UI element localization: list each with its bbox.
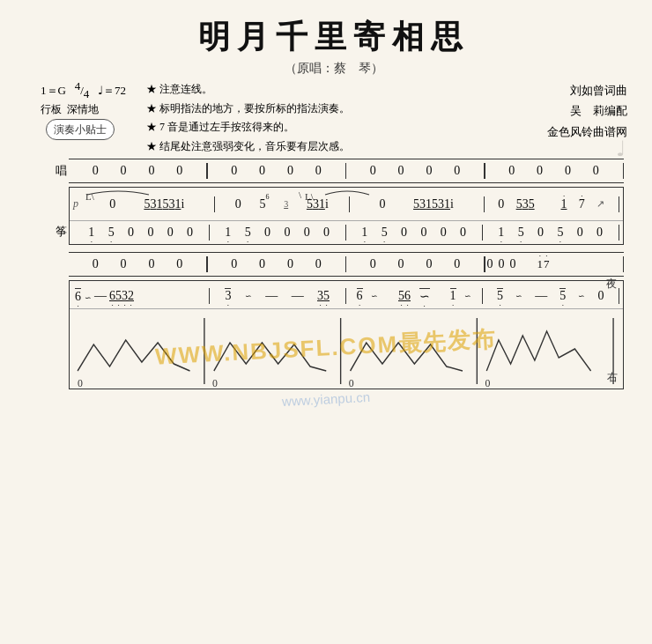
vocal-row2: 0 0 0 0 0 0 0 0	[69, 252, 624, 277]
vocal-meas8: 0 0 0 1 7	[485, 256, 623, 272]
site: 金色风铃曲谱网	[513, 122, 627, 142]
gz-group3: 531531i	[413, 197, 454, 211]
vocal-label: 唱	[53, 159, 69, 183]
vocal-meas5: 0 0 0 0	[69, 257, 206, 271]
gz-group1: 531531i	[144, 197, 184, 211]
note-line-4: ★ 结尾处注意强弱变化，音乐要有层次感。	[146, 137, 513, 157]
vocal-measures-row1: 0 0 0 0 0 0 0 0	[69, 163, 624, 179]
song-title: 明月千里寄相思	[41, 16, 627, 59]
wave-svg: 0 0 0 0	[70, 309, 623, 389]
watermark-sub: www.yianpu.cn	[282, 389, 371, 409]
right-label: 右	[607, 370, 618, 385]
note-line-1: ★ 注意连线。	[146, 80, 513, 100]
gz-block2: 6 ∽ — 6 5 3 2	[69, 280, 624, 389]
gz-um8: 5 ∽ — 5 ∽ 0	[483, 288, 619, 303]
svg-text:0: 0	[349, 377, 354, 389]
gz-um3: 0 531531i	[350, 197, 484, 211]
tips-button[interactable]: 演奏小贴士	[46, 119, 115, 140]
gz-lm4: 1 5 0 5 0 0	[483, 226, 619, 240]
vocal-meas6: 0 0 0 0	[208, 257, 345, 271]
vn1: 0	[93, 164, 99, 178]
right-credits: 刘如曾词曲 吴 莉编配 金色风铃曲谱网	[513, 80, 627, 156]
vn4: 0	[176, 164, 182, 178]
note-line-2: ★ 标明指法的地方，要按所标的指法演奏。	[146, 100, 513, 119]
vocal-meas3: 0 0 0 0	[346, 164, 484, 178]
bar4	[623, 163, 625, 179]
gz-um4: 0 535 1 7 ↗	[485, 197, 619, 211]
gz-group4: 535	[516, 197, 535, 211]
tempo: ♩＝72	[98, 84, 126, 97]
gz-label: 筝	[53, 187, 69, 245]
gz-lower2-wave: 0 0 0 0 右	[70, 309, 623, 389]
vocal-measures-row2: 0 0 0 0 0 0 0 0	[69, 256, 624, 272]
vn2: 0	[121, 164, 127, 178]
row2-vocal-container: 0 0 0 0 0 0 0 0	[53, 252, 624, 277]
row2-gz-container: 6 ∽ — 6 5 3 2	[53, 280, 624, 389]
row1-vocal-container: 唱 0 0 0 0 0 0 0	[53, 159, 624, 183]
composer: 刘如曾词曲	[513, 80, 627, 100]
svg-text:0: 0	[485, 377, 490, 389]
gz-upper-measures1: p 0 531531i 0 56 3	[73, 196, 619, 212]
gz-lower-measures1: 1 5 0 0 0 0 1 5 0	[73, 225, 619, 241]
page: 明月千里寄相思 （原唱：蔡 琴） 1＝G 4/4 ♩＝72 行板 深情地 演奏小	[0, 0, 652, 644]
gz-upper2: 6 ∽ — 6 5 3 2	[70, 281, 623, 309]
vocal-meas2: 0 0 0 0	[208, 164, 345, 178]
gz-lm2: 1 5 0 0 0 0	[210, 226, 345, 240]
time-sig: 4/4	[75, 84, 93, 97]
note-6lo-acc: 6 ∽	[75, 288, 92, 304]
vn3: 0	[148, 164, 154, 178]
key-label: 1＝G	[41, 84, 66, 97]
gz-upper1: L\ \ L\ p 0	[70, 188, 623, 221]
key-sig: 1＝G 4/4 ♩＝72	[41, 80, 146, 100]
gz-block1: L\ \ L\ p 0	[69, 187, 624, 245]
style1: 行板	[41, 103, 62, 115]
gz-lm1: 1 5 0 0 0 0	[73, 226, 209, 240]
gz-um1: 0 531531i	[80, 197, 214, 211]
note-group5: 6 5 3 2	[109, 289, 134, 303]
note-line-3: ★ 7 音是通过左手按弦得来的。	[146, 118, 513, 137]
left-info: 1＝G 4/4 ♩＝72 行板 深情地 演奏小贴士	[41, 80, 146, 156]
note-group6: 3 5	[317, 289, 330, 303]
gz-um6: 3 ∽ — — 3 5	[210, 288, 345, 303]
dynamics-p: p	[73, 197, 78, 211]
vocal-meas1: 0 0 0 0	[69, 164, 206, 178]
style-marks: 行板 深情地 演奏小贴士	[41, 100, 146, 140]
song-subtitle: （原唱：蔡 琴）	[41, 61, 627, 77]
svg-text:0: 0	[212, 377, 218, 389]
score-body: 唱 0 0 0 0 0 0 0	[53, 159, 624, 389]
gz-upper-measures2: 6 ∽ — 6 5 3 2	[73, 288, 619, 304]
gz-um2: 0 56 3 531i	[215, 197, 349, 211]
vocal-meas4: 0 0 0 0	[485, 164, 623, 178]
gz-um7: 6 ∽ 5 6 ∽ 1 ∽	[346, 288, 482, 304]
gz-lm3: 1 5 0 0 0 0	[346, 226, 482, 240]
row1-gz-container: 筝 L\ \ L\	[53, 187, 624, 245]
gz-um5: 6 ∽ — 6 5 3 2	[73, 288, 209, 304]
gz-group2: 531i	[307, 197, 329, 211]
vocal-meas7: 0 0 0 0	[346, 257, 484, 271]
vocal-end-notes: 1 7	[537, 257, 550, 271]
gz-lower1: 1 5 0 0 0 0 1 5 0	[70, 221, 623, 244]
note-group7: 5 6	[398, 289, 411, 303]
svg-text:0: 0	[78, 377, 83, 389]
arranger: 吴 莉编配	[513, 100, 627, 121]
notes-area: ★ 注意连线。 ★ 标明指法的地方，要按所标的指法演奏。 ★ 7 音是通过左手按…	[146, 80, 513, 156]
arrow-up: ↗	[596, 198, 604, 210]
vocal-row1: 0 0 0 0 0 0 0 0	[69, 159, 624, 183]
style2: 深情地	[67, 103, 99, 115]
info-row: 1＝G 4/4 ♩＝72 行板 深情地 演奏小贴士 ★ 注意连线。 ★ 标明指法…	[41, 80, 627, 156]
